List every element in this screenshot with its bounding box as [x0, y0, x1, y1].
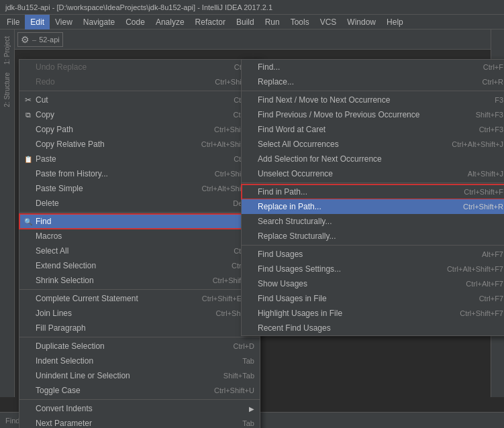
menu-item-toggle-case[interactable]: Toggle Case Ctrl+Shift+U — [19, 383, 260, 398]
menu-item-join-lines[interactable]: Join Lines Ctrl+Shift+J — [19, 306, 260, 321]
find-submenu-find-usages[interactable]: Find Usages Alt+F7 — [242, 247, 504, 262]
redo-icon — [22, 76, 34, 88]
delete-icon — [22, 197, 34, 209]
menu-item-paste-simple[interactable]: Paste Simple Ctrl+Alt+Shift+V — [19, 181, 260, 196]
paste-simple-icon — [22, 182, 34, 195]
find-submenu: Find... Ctrl+F Replace... Ctrl+R Find Ne… — [241, 59, 504, 336]
menu-item-macros[interactable]: Macros ▶ — [19, 229, 260, 244]
menu-item-delete[interactable]: Delete Delete — [19, 196, 260, 211]
breadcrumb-text: 52-api — [39, 36, 60, 44]
separator-3 — [19, 289, 260, 290]
menu-help[interactable]: Help — [381, 15, 409, 30]
menu-analyze[interactable]: Analyze — [150, 15, 190, 30]
menu-build[interactable]: Build — [231, 15, 260, 30]
undo-icon — [22, 61, 34, 73]
find-submenu-find-usages-settings[interactable]: Find Usages Settings... Ctrl+Alt+Shift+F… — [242, 262, 504, 276]
menu-refactor[interactable]: Refactor — [190, 15, 231, 30]
find-submenu-unselect[interactable]: Unselect Occurrence Alt+Shift+J — [242, 166, 504, 181]
menu-tools[interactable]: Tools — [285, 15, 315, 30]
cut-icon — [22, 94, 34, 106]
menu-file[interactable]: File — [1, 15, 25, 30]
menu-item-cut[interactable]: Cut Ctrl+X — [19, 93, 260, 107]
find-separator-1 — [242, 91, 504, 91]
convert-indents-arrow: ▶ — [249, 405, 254, 413]
find-submenu-add-selection[interactable]: Add Selection for Next Occurrence — [242, 152, 504, 166]
sidebar-left: 1: Project 2: Structure — [0, 30, 15, 397]
sidebar-tab-project[interactable]: 1: Project — [2, 32, 12, 68]
menu-item-unindent[interactable]: Unindent Line or Selection Shift+Tab — [19, 368, 260, 383]
find-submenu-find-usages-file[interactable]: Find Usages in File Ctrl+F7 — [242, 291, 504, 306]
breadcrumb-area: ⚙ – 52-api — [17, 32, 63, 47]
find-submenu-show-usages[interactable]: Show Usages Ctrl+Alt+F7 — [242, 276, 504, 291]
paste-history-icon — [22, 168, 34, 180]
menu-item-copy-relative-path[interactable]: Copy Relative Path Ctrl+Alt+Shift+C — [19, 137, 260, 152]
menu-code[interactable]: Code — [120, 15, 150, 30]
title-bar: jdk-8u152-api - [D:\workspace\IdeaProjec… — [0, 0, 504, 15]
menu-vcs[interactable]: VCS — [315, 15, 342, 30]
find-submenu-select-all[interactable]: Select All Occurrences Ctrl+Alt+Shift+J — [242, 137, 504, 152]
find-submenu-replace-structurally[interactable]: Replace Structurally... — [242, 229, 504, 244]
copy-icon — [22, 109, 34, 121]
menu-item-copy[interactable]: Copy Ctrl+C — [19, 107, 260, 122]
menu-item-extend-selection[interactable]: Extend Selection Ctrl+W — [19, 258, 260, 273]
copy-relative-path-icon — [22, 138, 34, 150]
menu-item-paste-history[interactable]: Paste from History... Ctrl+Shift+V — [19, 166, 260, 181]
find-submenu-find-next[interactable]: Find Next / Move to Next Occurrence F3 — [242, 93, 504, 107]
find-submenu-search-structurally[interactable]: Search Structurally... — [242, 214, 504, 229]
find-submenu-highlight-usages[interactable]: Highlight Usages in File Ctrl+Shift+F7 — [242, 306, 504, 321]
macros-icon — [22, 230, 34, 242]
menu-item-undo[interactable]: Undo Replace Ctrl+Z — [19, 60, 260, 74]
menu-item-paste[interactable]: Paste Ctrl+V — [19, 152, 260, 166]
paste-icon — [22, 153, 34, 165]
menu-window[interactable]: Window — [342, 15, 381, 30]
main-area: 1: Project 2: Structure ⚙ – 52-api Undo … — [0, 30, 504, 397]
menu-item-redo[interactable]: Redo Ctrl+Shift+Z — [19, 74, 260, 89]
find-submenu-find-in-path[interactable]: Find in Path... Ctrl+Shift+F — [242, 184, 504, 199]
find-submenu-recent-find-usages[interactable]: Recent Find Usages — [242, 321, 504, 335]
copy-path-icon — [22, 123, 34, 136]
find-submenu-find[interactable]: Find... Ctrl+F — [242, 60, 504, 74]
sidebar-tab-structure[interactable]: 2: Structure — [2, 68, 12, 111]
find-submenu-replace[interactable]: Replace... Ctrl+R — [242, 74, 504, 89]
find-separator-2 — [242, 182, 504, 183]
separator-1 — [19, 91, 260, 91]
breadcrumb-separator: – — [32, 36, 36, 44]
find-submenu-find-word[interactable]: Find Word at Caret Ctrl+F3 — [242, 122, 504, 137]
find-icon — [22, 215, 34, 227]
menu-item-next-param[interactable]: Next Parameter Tab — [19, 416, 260, 428]
menu-navigate[interactable]: Navigate — [78, 15, 120, 30]
edit-menu: Undo Replace Ctrl+Z Redo Ctrl+Shift+Z Cu… — [19, 59, 260, 428]
menu-bar: File Edit View Navigate Code Analyze Ref… — [0, 15, 504, 30]
menu-item-find[interactable]: Find ▶ — [19, 214, 260, 229]
find-submenu-replace-in-path[interactable]: Replace in Path... Ctrl+Shift+R — [242, 199, 504, 214]
menu-run[interactable]: Run — [260, 15, 285, 30]
find-separator-3 — [242, 245, 504, 246]
menu-view[interactable]: View — [50, 15, 78, 30]
title-text: jdk-8u152-api - [D:\workspace\IdeaProjec… — [5, 3, 272, 11]
menu-item-complete-statement[interactable]: Complete Current Statement Ctrl+Shift+En… — [19, 291, 260, 306]
menu-item-indent[interactable]: Indent Selection Tab — [19, 354, 260, 368]
separator-5 — [19, 399, 260, 400]
menu-item-duplicate[interactable]: Duplicate Selection Ctrl+D — [19, 339, 260, 354]
menu-edit[interactable]: Edit — [25, 15, 50, 30]
menu-item-fill-paragraph[interactable]: Fill Paragraph — [19, 321, 260, 335]
menu-item-shrink-selection[interactable]: Shrink Selection Ctrl+Shift+W — [19, 273, 260, 288]
menu-item-select-all[interactable]: Select All Ctrl+A — [19, 244, 260, 258]
toolbar: ⚙ – 52-api — [15, 30, 491, 50]
separator-4 — [19, 337, 260, 337]
find-submenu-find-prev[interactable]: Find Previous / Move to Previous Occurre… — [242, 107, 504, 122]
breadcrumb-icon: ⚙ — [21, 34, 30, 45]
menu-item-copy-path[interactable]: Copy Path Ctrl+Shift+C — [19, 122, 260, 137]
menu-item-convert-indents[interactable]: Convert Indents ▶ — [19, 401, 260, 416]
separator-2 — [19, 212, 260, 213]
